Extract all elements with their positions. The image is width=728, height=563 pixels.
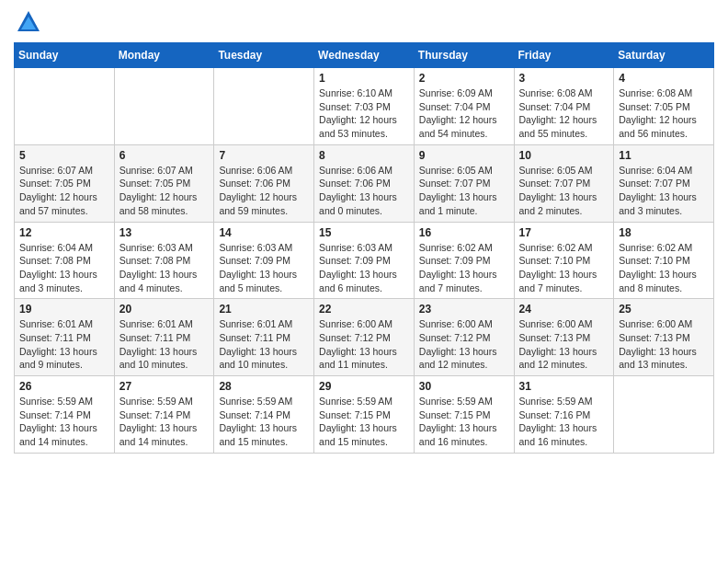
day-info: Sunrise: 5:59 AMSunset: 7:14 PMDaylight:…: [119, 395, 210, 449]
calendar-cell-day-1: 1Sunrise: 6:10 AMSunset: 7:03 PMDaylight…: [314, 68, 415, 145]
day-info: Sunrise: 6:03 AMSunset: 7:08 PMDaylight:…: [119, 241, 210, 295]
weekday-header-sunday: Sunday: [15, 43, 115, 68]
day-info: Sunrise: 6:00 AMSunset: 7:13 PMDaylight:…: [519, 317, 609, 372]
day-info: Sunrise: 6:01 AMSunset: 7:11 PMDaylight:…: [19, 317, 109, 372]
day-number: 31: [519, 380, 609, 393]
day-info: Sunrise: 6:09 AMSunset: 7:04 PMDaylight:…: [419, 86, 509, 141]
day-info: Sunrise: 5:59 AMSunset: 7:14 PMDaylight:…: [19, 395, 109, 449]
calendar-cell-day-7: 7Sunrise: 6:06 AMSunset: 7:06 PMDaylight…: [214, 144, 314, 222]
calendar-week-4: 19Sunrise: 6:01 AMSunset: 7:11 PMDayligh…: [15, 299, 714, 376]
weekday-header-wednesday: Wednesday: [314, 43, 415, 68]
day-info: Sunrise: 6:00 AMSunset: 7:13 PMDaylight:…: [619, 317, 709, 372]
calendar-cell-empty: [614, 376, 714, 454]
day-number: 21: [219, 303, 309, 316]
day-info: Sunrise: 6:00 AMSunset: 7:12 PMDaylight:…: [419, 317, 509, 372]
logo: [14, 9, 41, 35]
day-number: 13: [119, 226, 210, 239]
calendar-cell-empty: [15, 68, 115, 145]
day-number: 22: [319, 303, 409, 316]
day-number: 2: [419, 72, 509, 85]
calendar-cell-empty: [214, 68, 314, 145]
calendar-cell-empty: [114, 68, 214, 145]
day-info: Sunrise: 5:59 AMSunset: 7:16 PMDaylight:…: [519, 395, 609, 449]
calendar-cell-day-9: 9Sunrise: 6:05 AMSunset: 7:07 PMDaylight…: [414, 144, 514, 222]
calendar-cell-day-28: 28Sunrise: 5:59 AMSunset: 7:14 PMDayligh…: [214, 376, 314, 454]
calendar-cell-day-21: 21Sunrise: 6:01 AMSunset: 7:11 PMDayligh…: [214, 299, 314, 376]
calendar-cell-day-17: 17Sunrise: 6:02 AMSunset: 7:10 PMDayligh…: [514, 222, 614, 299]
calendar-cell-day-11: 11Sunrise: 6:04 AMSunset: 7:07 PMDayligh…: [614, 144, 714, 222]
day-info: Sunrise: 6:08 AMSunset: 7:05 PMDaylight:…: [619, 86, 709, 141]
day-info: Sunrise: 6:03 AMSunset: 7:09 PMDaylight:…: [319, 241, 409, 295]
day-number: 16: [419, 226, 509, 239]
calendar-cell-day-23: 23Sunrise: 6:00 AMSunset: 7:12 PMDayligh…: [414, 299, 514, 376]
calendar-cell-day-22: 22Sunrise: 6:00 AMSunset: 7:12 PMDayligh…: [314, 299, 415, 376]
calendar-cell-day-20: 20Sunrise: 6:01 AMSunset: 7:11 PMDayligh…: [114, 299, 214, 376]
day-number: 25: [619, 303, 709, 316]
weekday-header-tuesday: Tuesday: [214, 43, 314, 68]
day-info: Sunrise: 6:05 AMSunset: 7:07 PMDaylight:…: [519, 164, 609, 218]
calendar-cell-day-2: 2Sunrise: 6:09 AMSunset: 7:04 PMDaylight…: [414, 68, 514, 145]
day-number: 20: [119, 303, 210, 316]
calendar-cell-day-25: 25Sunrise: 6:00 AMSunset: 7:13 PMDayligh…: [614, 299, 714, 376]
day-number: 18: [619, 226, 709, 239]
day-number: 9: [419, 149, 509, 162]
calendar-cell-day-27: 27Sunrise: 5:59 AMSunset: 7:14 PMDayligh…: [114, 376, 214, 454]
day-info: Sunrise: 6:02 AMSunset: 7:10 PMDaylight:…: [519, 241, 609, 295]
day-info: Sunrise: 6:04 AMSunset: 7:08 PMDaylight:…: [19, 241, 109, 295]
day-number: 12: [19, 226, 109, 239]
calendar-cell-day-18: 18Sunrise: 6:02 AMSunset: 7:10 PMDayligh…: [614, 222, 714, 299]
calendar-cell-day-8: 8Sunrise: 6:06 AMSunset: 7:06 PMDaylight…: [314, 144, 415, 222]
calendar-week-5: 26Sunrise: 5:59 AMSunset: 7:14 PMDayligh…: [15, 376, 714, 454]
calendar-cell-day-4: 4Sunrise: 6:08 AMSunset: 7:05 PMDaylight…: [614, 68, 714, 145]
calendar-header-row: SundayMondayTuesdayWednesdayThursdayFrid…: [15, 43, 714, 68]
calendar-cell-day-5: 5Sunrise: 6:07 AMSunset: 7:05 PMDaylight…: [15, 144, 115, 222]
day-number: 14: [219, 226, 309, 239]
weekday-header-saturday: Saturday: [614, 43, 714, 68]
calendar-table: SundayMondayTuesdayWednesdayThursdayFrid…: [14, 42, 714, 454]
day-number: 24: [519, 303, 609, 316]
calendar-week-1: 1Sunrise: 6:10 AMSunset: 7:03 PMDaylight…: [15, 68, 714, 145]
calendar-cell-day-3: 3Sunrise: 6:08 AMSunset: 7:04 PMDaylight…: [514, 68, 614, 145]
calendar-cell-day-19: 19Sunrise: 6:01 AMSunset: 7:11 PMDayligh…: [15, 299, 115, 376]
weekday-header-thursday: Thursday: [414, 43, 514, 68]
day-number: 29: [319, 380, 409, 393]
day-number: 1: [319, 72, 409, 85]
day-number: 19: [19, 303, 109, 316]
calendar-cell-day-12: 12Sunrise: 6:04 AMSunset: 7:08 PMDayligh…: [15, 222, 115, 299]
day-number: 23: [419, 303, 509, 316]
day-number: 4: [619, 72, 709, 85]
day-number: 26: [19, 380, 109, 393]
day-number: 17: [519, 226, 609, 239]
day-info: Sunrise: 6:00 AMSunset: 7:12 PMDaylight:…: [319, 317, 409, 372]
day-number: 7: [219, 149, 309, 162]
calendar-cell-day-15: 15Sunrise: 6:03 AMSunset: 7:09 PMDayligh…: [314, 222, 415, 299]
day-number: 28: [219, 380, 309, 393]
day-info: Sunrise: 6:05 AMSunset: 7:07 PMDaylight:…: [419, 164, 509, 218]
page: SundayMondayTuesdayWednesdayThursdayFrid…: [0, 0, 728, 463]
day-info: Sunrise: 5:59 AMSunset: 7:15 PMDaylight:…: [419, 395, 509, 449]
header: [14, 9, 714, 35]
weekday-header-monday: Monday: [114, 43, 214, 68]
day-number: 30: [419, 380, 509, 393]
calendar-cell-day-26: 26Sunrise: 5:59 AMSunset: 7:14 PMDayligh…: [15, 376, 115, 454]
day-info: Sunrise: 6:01 AMSunset: 7:11 PMDaylight:…: [119, 317, 210, 372]
day-number: 6: [119, 149, 210, 162]
day-info: Sunrise: 6:06 AMSunset: 7:06 PMDaylight:…: [219, 164, 309, 218]
logo-icon: [16, 9, 41, 35]
day-info: Sunrise: 5:59 AMSunset: 7:15 PMDaylight:…: [319, 395, 409, 449]
day-info: Sunrise: 6:06 AMSunset: 7:06 PMDaylight:…: [319, 164, 409, 218]
calendar-cell-day-6: 6Sunrise: 6:07 AMSunset: 7:05 PMDaylight…: [114, 144, 214, 222]
day-info: Sunrise: 6:08 AMSunset: 7:04 PMDaylight:…: [519, 86, 609, 141]
day-number: 5: [19, 149, 109, 162]
day-number: 10: [519, 149, 609, 162]
calendar-week-2: 5Sunrise: 6:07 AMSunset: 7:05 PMDaylight…: [15, 144, 714, 222]
day-info: Sunrise: 6:10 AMSunset: 7:03 PMDaylight:…: [319, 86, 409, 141]
day-info: Sunrise: 6:02 AMSunset: 7:10 PMDaylight:…: [619, 241, 709, 295]
day-number: 27: [119, 380, 210, 393]
day-number: 11: [619, 149, 709, 162]
day-info: Sunrise: 6:01 AMSunset: 7:11 PMDaylight:…: [219, 317, 309, 372]
calendar-week-3: 12Sunrise: 6:04 AMSunset: 7:08 PMDayligh…: [15, 222, 714, 299]
calendar-cell-day-31: 31Sunrise: 5:59 AMSunset: 7:16 PMDayligh…: [514, 376, 614, 454]
calendar-cell-day-13: 13Sunrise: 6:03 AMSunset: 7:08 PMDayligh…: [114, 222, 214, 299]
calendar-cell-day-16: 16Sunrise: 6:02 AMSunset: 7:09 PMDayligh…: [414, 222, 514, 299]
